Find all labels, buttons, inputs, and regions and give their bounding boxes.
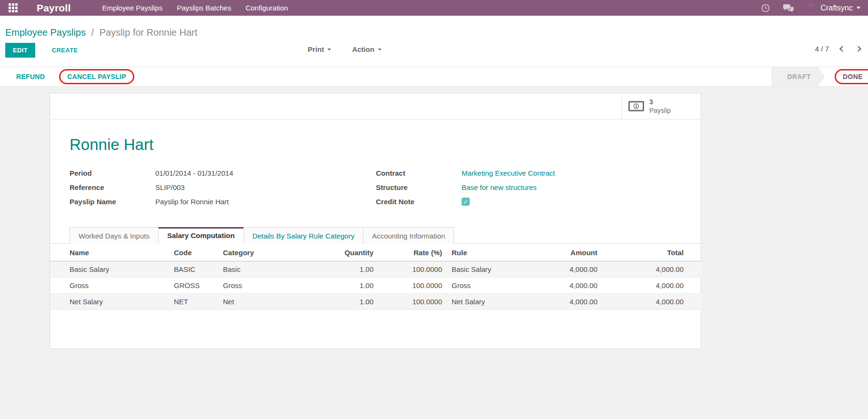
table-row[interactable]: Basic Salary BASIC Basic 1.00 100.0000 B… [50, 261, 702, 278]
salary-computation-table: Name Code Category Quantity Rate (%) Rul… [50, 244, 702, 310]
breadcrumb-parent[interactable]: Employee Payslips [5, 27, 86, 38]
stat-label: Payslip [649, 106, 671, 115]
button-box-strip: 1 3 Payslip [50, 93, 701, 120]
table-row[interactable]: Net Salary NET Net 1.00 100.0000 Net Sal… [50, 294, 702, 310]
cell-total: 4,000.00 [602, 261, 702, 278]
col-header-total: Total [602, 244, 702, 261]
cell-quantity: 1.00 [300, 261, 378, 278]
user-caret-down-icon [857, 7, 860, 9]
cell-category: Gross [218, 278, 300, 294]
cell-quantity: 1.00 [300, 278, 378, 294]
activities-clock-icon[interactable] [761, 3, 770, 13]
cell-total: 4,000.00 [602, 294, 702, 310]
money-icon: 1 [628, 101, 644, 111]
create-button[interactable]: CREATE [49, 46, 81, 54]
cell-name: Basic Salary [50, 261, 169, 278]
menu-configuration[interactable]: Configuration [245, 4, 288, 12]
cell-rate: 100.0000 [378, 278, 447, 294]
action-label: Action [352, 45, 374, 53]
tab-worked-days-inputs[interactable]: Worked Days & Inputs [70, 227, 159, 244]
field-group: Period 01/01/2014 - 01/31/2014 Reference… [70, 169, 682, 212]
col-header-amount: Amount [518, 244, 602, 261]
apps-grid-icon[interactable] [9, 3, 18, 12]
cell-category: Basic [218, 261, 300, 278]
period-value: 01/01/2014 - 01/31/2014 [155, 169, 233, 177]
cell-total: 4,000.00 [602, 278, 702, 294]
top-navbar: Payroll Employee Payslips Payslips Batch… [0, 0, 868, 16]
col-header-name: Name [50, 244, 169, 261]
tab-accounting-information[interactable]: Accounting Information [363, 227, 454, 244]
field-contract: Contract Marketing Executive Contract [376, 169, 682, 177]
credit-note-label: Credit Note [376, 198, 462, 206]
col-header-quantity: Quantity [300, 244, 378, 261]
statusbar: REFUND CANCEL PAYSLIP DRAFT DONE [0, 67, 868, 87]
print-dropdown[interactable]: Print [305, 45, 334, 54]
print-label: Print [308, 45, 324, 53]
col-header-code: Code [169, 244, 218, 261]
status-step-draft[interactable]: DRAFT [772, 67, 825, 86]
user-menu[interactable]: S Craftsync [806, 3, 860, 13]
form-view-background: 1 3 Payslip Ronnie Hart Period 01/01/201… [0, 87, 868, 419]
structure-link[interactable]: Base for new structures [462, 183, 537, 191]
status-step-done[interactable]: DONE [825, 67, 868, 86]
field-reference: Reference SLIP/003 [70, 183, 376, 191]
field-payslip-name: Payslip Name Payslip for Ronnie Hart [70, 198, 376, 206]
page-title: Ronnie Hart [70, 136, 682, 154]
cell-code: NET [169, 294, 218, 310]
col-header-rate: Rate (%) [378, 244, 447, 261]
user-name: Craftsync [820, 4, 853, 12]
svg-text:1: 1 [635, 104, 637, 109]
reference-label: Reference [70, 183, 155, 191]
pager-previous-chevron-icon[interactable] [839, 46, 846, 52]
field-structure: Structure Base for new structures [376, 183, 682, 191]
check-icon: ✓ [463, 199, 468, 205]
payslip-stat-button[interactable]: 1 3 Payslip [621, 93, 701, 119]
cell-quantity: 1.00 [300, 294, 378, 310]
reference-value: SLIP/003 [155, 183, 185, 191]
cancel-payslip-button[interactable]: CANCEL PAYSLIP [59, 69, 134, 84]
cell-code: GROSS [169, 278, 218, 294]
cell-rule: Gross [447, 278, 518, 294]
app-name[interactable]: Payroll [37, 2, 71, 14]
messages-chat-icon[interactable] [783, 3, 794, 13]
cell-amount: 4,000.00 [518, 261, 602, 278]
table-row[interactable]: Gross GROSS Gross 1.00 100.0000 Gross 4,… [50, 278, 702, 294]
contract-link[interactable]: Marketing Executive Contract [462, 169, 555, 177]
svg-text:S: S [808, 3, 815, 13]
menu-payslips-batches[interactable]: Payslips Batches [177, 4, 231, 12]
action-caret-down-icon [378, 49, 382, 50]
field-credit-note: Credit Note ✓ [376, 198, 682, 206]
refund-button[interactable]: REFUND [13, 72, 48, 81]
cell-amount: 4,000.00 [518, 294, 602, 310]
breadcrumb-separator: / [89, 27, 97, 38]
pager-value[interactable]: 4 / 7 [815, 45, 829, 53]
tab-details-by-salary-rule-category[interactable]: Details By Salary Rule Category [243, 227, 363, 244]
status-done-label: DONE [835, 69, 868, 84]
col-header-rule: Rule [447, 244, 518, 261]
print-caret-down-icon [327, 49, 331, 50]
cell-rate: 100.0000 [378, 261, 447, 278]
period-label: Period [70, 169, 155, 177]
action-dropdown[interactable]: Action [349, 45, 384, 54]
control-panel: Employee Payslips / Payslip for Ronnie H… [0, 16, 868, 67]
notebook-tabs: Worked Days & Inputs Salary Computation … [50, 227, 701, 244]
table-header-row: Name Code Category Quantity Rate (%) Rul… [50, 244, 702, 261]
breadcrumb-current: Payslip for Ronnie Hart [100, 27, 198, 38]
company-avatar: S [806, 3, 817, 13]
cell-name: Gross [50, 278, 169, 294]
menu-employee-payslips[interactable]: Employee Payslips [102, 4, 162, 12]
cell-name: Net Salary [50, 294, 169, 310]
cell-rule: Basic Salary [447, 261, 518, 278]
tab-salary-computation[interactable]: Salary Computation [158, 227, 244, 244]
field-period: Period 01/01/2014 - 01/31/2014 [70, 169, 376, 177]
payslip-name-label: Payslip Name [70, 198, 155, 206]
payslip-sheet: 1 3 Payslip Ronnie Hart Period 01/01/201… [50, 93, 701, 349]
cell-category: Net [218, 294, 300, 310]
credit-note-checkbox[interactable]: ✓ [462, 198, 470, 206]
pager-next-chevron-icon[interactable] [855, 46, 861, 52]
cell-code: BASIC [169, 261, 218, 278]
cell-amount: 4,000.00 [518, 278, 602, 294]
edit-button[interactable]: EDIT [5, 43, 35, 58]
cell-rate: 100.0000 [378, 294, 447, 310]
payslip-name-value: Payslip for Ronnie Hart [155, 198, 229, 206]
